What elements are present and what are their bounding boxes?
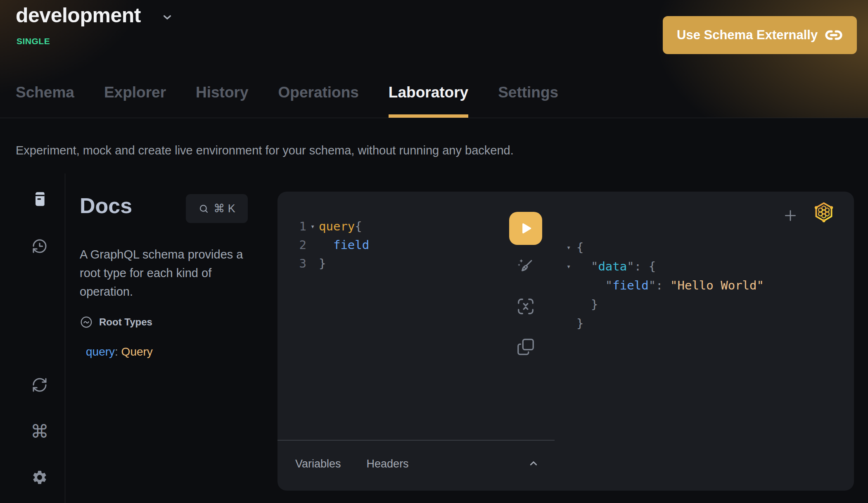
add-tab-button[interactable] bbox=[780, 206, 800, 225]
response-line: ▾{ bbox=[567, 238, 764, 257]
sidebar-refresh-button[interactable] bbox=[28, 373, 51, 396]
root-type-field-link[interactable]: query bbox=[86, 345, 115, 358]
copy-icon bbox=[516, 337, 535, 356]
editor-footer-tabs: Variables Headers bbox=[295, 458, 409, 470]
code-line: 2 field bbox=[296, 236, 503, 254]
gear-icon bbox=[31, 469, 48, 486]
response-text: } bbox=[576, 314, 583, 333]
line-number: 1 bbox=[296, 217, 306, 236]
merge-icon bbox=[516, 297, 535, 316]
laboratory-page: development SINGLE Use Schema Externally… bbox=[0, 0, 868, 503]
root-types-heading: Root Types bbox=[99, 316, 152, 328]
prettify-query-button[interactable] bbox=[516, 256, 536, 276]
editor-footer-divider bbox=[277, 440, 555, 441]
merge-fragments-button[interactable] bbox=[516, 297, 536, 316]
code-line: 3} bbox=[296, 254, 503, 273]
tab-variables[interactable]: Variables bbox=[295, 458, 341, 470]
use-schema-externally-label: Use Schema Externally bbox=[677, 28, 818, 43]
root-type-query: query: Query bbox=[86, 345, 153, 358]
response-viewer: ▾{ ▾ "data": { "field": "Hello World" } … bbox=[567, 238, 764, 333]
target-title[interactable]: development bbox=[16, 3, 141, 27]
execute-query-button[interactable] bbox=[509, 212, 542, 245]
response-line: } bbox=[567, 295, 764, 314]
code-line: 1▾query{ bbox=[296, 217, 503, 236]
environment-badge: SINGLE bbox=[17, 36, 50, 46]
book-icon bbox=[31, 191, 48, 207]
query-editor[interactable]: 1▾query{ 2 field 3} bbox=[296, 217, 503, 273]
hive-logo-icon[interactable] bbox=[813, 200, 835, 225]
sidebar-divider bbox=[65, 173, 65, 503]
history-icon bbox=[31, 238, 48, 254]
search-icon bbox=[198, 203, 209, 214]
sidebar-docs-button[interactable] bbox=[28, 187, 51, 211]
docs-search-button[interactable]: ⌘ K bbox=[186, 194, 248, 223]
root-types-icon bbox=[80, 316, 93, 329]
copy-query-button[interactable] bbox=[516, 337, 536, 357]
sidebar-settings-button[interactable] bbox=[28, 466, 51, 489]
collapse-footer-button[interactable] bbox=[525, 455, 542, 472]
tab-operations[interactable]: Operations bbox=[278, 84, 359, 118]
response-text: { bbox=[576, 238, 583, 257]
tab-headers[interactable]: Headers bbox=[367, 458, 409, 470]
response-line: } bbox=[567, 314, 764, 333]
root-type-separator: : bbox=[115, 345, 121, 358]
fold-marker bbox=[567, 276, 576, 295]
root-types-section: Root Types bbox=[80, 316, 152, 329]
search-shortcut-label: ⌘ K bbox=[213, 202, 235, 215]
fold-marker[interactable]: ▾ bbox=[567, 238, 576, 257]
response-text: "data": { bbox=[576, 257, 656, 276]
response-text: "field": "Hello World" bbox=[576, 276, 764, 295]
sidebar-history-button[interactable] bbox=[28, 235, 51, 258]
graphiql-panel: 1▾query{ 2 field 3} bbox=[277, 192, 854, 491]
tab-settings[interactable]: Settings bbox=[498, 84, 558, 118]
use-schema-externally-button[interactable]: Use Schema Externally bbox=[663, 16, 857, 54]
command-icon: ⌘ bbox=[31, 421, 49, 442]
code-text: field bbox=[319, 236, 369, 254]
fold-marker[interactable]: ▾ bbox=[306, 217, 319, 236]
code-text: } bbox=[319, 254, 326, 273]
chevron-down-icon[interactable] bbox=[161, 11, 174, 24]
response-line: ▾ "data": { bbox=[567, 257, 764, 276]
fold-marker bbox=[567, 295, 576, 314]
tab-explorer[interactable]: Explorer bbox=[104, 84, 166, 118]
play-icon bbox=[517, 220, 534, 237]
line-number: 2 bbox=[296, 236, 306, 254]
docs-description: A GraphQL schema provides a root type fo… bbox=[80, 245, 257, 301]
sidebar-shortcuts-button[interactable]: ⌘ bbox=[28, 420, 51, 443]
tab-schema[interactable]: Schema bbox=[16, 84, 74, 118]
fold-marker bbox=[306, 236, 319, 254]
response-text: } bbox=[576, 295, 598, 314]
target-selector[interactable]: development bbox=[16, 3, 174, 27]
page-description: Experiment, mock and create live environ… bbox=[16, 144, 514, 157]
prettify-broom-icon bbox=[516, 257, 535, 276]
plus-icon bbox=[782, 207, 799, 224]
root-type-type-link[interactable]: Query bbox=[121, 345, 153, 358]
refresh-icon bbox=[31, 377, 48, 393]
tab-history[interactable]: History bbox=[196, 84, 248, 118]
line-number: 3 bbox=[296, 254, 306, 273]
response-line: "field": "Hello World" bbox=[567, 276, 764, 295]
page-header: development SINGLE Use Schema Externally… bbox=[0, 0, 868, 118]
chevron-up-icon bbox=[527, 457, 540, 470]
fold-marker bbox=[306, 254, 319, 273]
page-tabs: Schema Explorer History Operations Labor… bbox=[16, 84, 558, 118]
fold-marker[interactable]: ▾ bbox=[567, 257, 576, 276]
link-icon bbox=[825, 26, 843, 44]
tab-laboratory[interactable]: Laboratory bbox=[389, 84, 468, 118]
docs-panel-title: Docs bbox=[80, 193, 132, 218]
code-text: query{ bbox=[319, 217, 362, 236]
fold-marker bbox=[567, 314, 576, 333]
